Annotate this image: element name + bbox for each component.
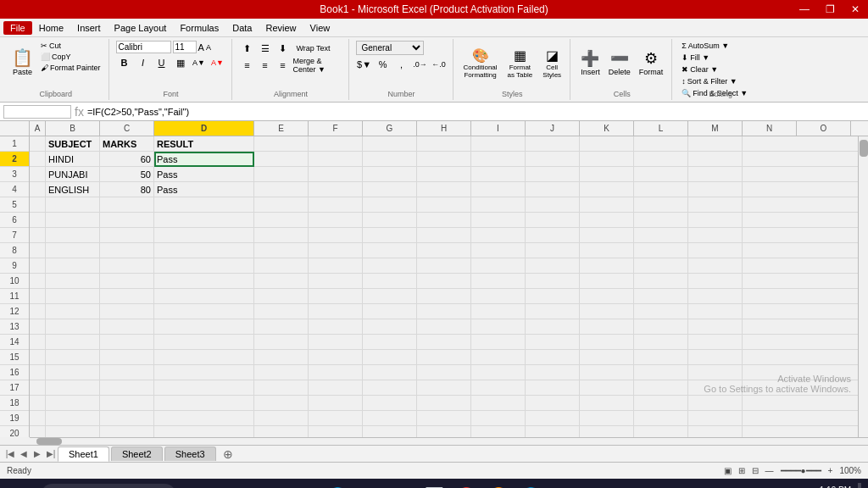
sort-filter-button[interactable]: ↕ Sort & Filter ▼: [679, 76, 762, 86]
cell-a13[interactable]: [30, 319, 46, 335]
cell-j16[interactable]: [526, 365, 580, 380]
cell-k9[interactable]: [580, 258, 634, 274]
cell-i1[interactable]: [471, 136, 526, 152]
cell-styles-button[interactable]: ◪ Cell Styles: [539, 41, 565, 85]
cell-f19[interactable]: [309, 411, 363, 426]
cell-g10[interactable]: [363, 274, 417, 289]
cell-i11[interactable]: [471, 289, 526, 304]
view-normal-icon[interactable]: ▣: [724, 466, 732, 475]
row-header-5[interactable]: 5: [0, 197, 29, 213]
col-header-n[interactable]: N: [743, 121, 797, 136]
row-header-3[interactable]: 3: [0, 167, 29, 182]
cell-j13[interactable]: [526, 319, 580, 335]
cell-e8[interactable]: [254, 243, 309, 258]
cell-c16[interactable]: [100, 365, 154, 380]
autosum-button[interactable]: Σ AutoSum ▼: [679, 41, 762, 51]
cell-f6[interactable]: [309, 213, 363, 228]
cell-c8[interactable]: [100, 243, 154, 258]
percent-button[interactable]: %: [375, 57, 392, 72]
cell-b7[interactable]: [46, 228, 100, 243]
cell-e17[interactable]: [254, 380, 309, 396]
cell-d20[interactable]: [154, 426, 254, 437]
cell-i15[interactable]: [471, 350, 526, 365]
col-header-h[interactable]: H: [417, 121, 471, 136]
cell-h19[interactable]: [417, 411, 471, 426]
cell-h8[interactable]: [417, 243, 471, 258]
cell-c10[interactable]: [100, 274, 154, 289]
cell-c17[interactable]: [100, 380, 154, 396]
menu-formulas[interactable]: Formulas: [173, 21, 225, 35]
cell-l8[interactable]: [634, 243, 688, 258]
excel-app[interactable]: 📊: [419, 480, 449, 488]
number-format-select[interactable]: General: [356, 41, 424, 55]
cell-b12[interactable]: [46, 304, 100, 319]
cell-j18[interactable]: [526, 396, 580, 411]
cell-k7[interactable]: [580, 228, 634, 243]
delete-button[interactable]: ➖ Delete: [605, 41, 634, 85]
cell-e5[interactable]: [254, 197, 309, 213]
cell-h4[interactable]: [417, 182, 471, 197]
cell-h10[interactable]: [417, 274, 471, 289]
cell-g16[interactable]: [363, 365, 417, 380]
cell-g18[interactable]: [363, 396, 417, 411]
cell-g17[interactable]: [363, 380, 417, 396]
cell-c5[interactable]: [100, 197, 154, 213]
cell-c2[interactable]: 60: [100, 152, 154, 167]
cell-g7[interactable]: [363, 228, 417, 243]
sheet-tab-sheet1[interactable]: Sheet1: [58, 446, 109, 462]
cell-e3[interactable]: [254, 167, 309, 182]
row-header-11[interactable]: 11: [0, 289, 29, 304]
menu-data[interactable]: Data: [225, 21, 259, 35]
cell-g6[interactable]: [363, 213, 417, 228]
cell-j19[interactable]: [526, 411, 580, 426]
cell-e18[interactable]: [254, 396, 309, 411]
col-header-j[interactable]: J: [526, 121, 580, 136]
row-header-7[interactable]: 7: [0, 228, 29, 243]
cell-k17[interactable]: [580, 380, 634, 396]
menu-file[interactable]: File: [3, 21, 32, 35]
italic-button[interactable]: I: [135, 55, 152, 70]
cell-b9[interactable]: [46, 258, 100, 274]
align-right-button[interactable]: ≡: [275, 58, 292, 73]
cell-j9[interactable]: [526, 258, 580, 274]
col-header-e[interactable]: E: [254, 121, 309, 136]
cell-a15[interactable]: [30, 350, 46, 365]
cell-d7[interactable]: [154, 228, 254, 243]
cell-i6[interactable]: [471, 213, 526, 228]
cell-c9[interactable]: [100, 258, 154, 274]
cell-k20[interactable]: [580, 426, 634, 437]
cell-k18[interactable]: [580, 396, 634, 411]
fill-color-button[interactable]: A▼: [191, 55, 208, 70]
cell-m10[interactable]: [688, 274, 743, 289]
cell-k1[interactable]: [580, 136, 634, 152]
cell-f18[interactable]: [309, 396, 363, 411]
cell-f1[interactable]: [309, 136, 363, 152]
cell-e1[interactable]: [254, 136, 309, 152]
cell-l5[interactable]: [634, 197, 688, 213]
cell-i19[interactable]: [471, 411, 526, 426]
cell-l3[interactable]: [634, 167, 688, 182]
cell-a16[interactable]: [30, 365, 46, 380]
cell-c13[interactable]: [100, 319, 154, 335]
cell-g12[interactable]: [363, 304, 417, 319]
cell-k14[interactable]: [580, 335, 634, 350]
cell-f9[interactable]: [309, 258, 363, 274]
view-layout-icon[interactable]: ⊞: [738, 466, 745, 475]
row-header-14[interactable]: 14: [0, 335, 29, 350]
wrap-text-button[interactable]: Wrap Text: [292, 41, 335, 56]
cell-b8[interactable]: [46, 243, 100, 258]
cell-d12[interactable]: [154, 304, 254, 319]
cell-k5[interactable]: [580, 197, 634, 213]
horizontal-scrollbar[interactable]: [30, 437, 868, 445]
cell-d8[interactable]: [154, 243, 254, 258]
cell-i3[interactable]: [471, 167, 526, 182]
cell-m16[interactable]: [688, 365, 743, 380]
cell-e6[interactable]: [254, 213, 309, 228]
cell-d15[interactable]: [154, 350, 254, 365]
cell-l18[interactable]: [634, 396, 688, 411]
settings-app[interactable]: ⚙: [580, 480, 610, 488]
cell-m20[interactable]: [688, 426, 743, 437]
cell-g20[interactable]: [363, 426, 417, 437]
cell-c6[interactable]: [100, 213, 154, 228]
view-break-icon[interactable]: ⊟: [752, 466, 759, 475]
